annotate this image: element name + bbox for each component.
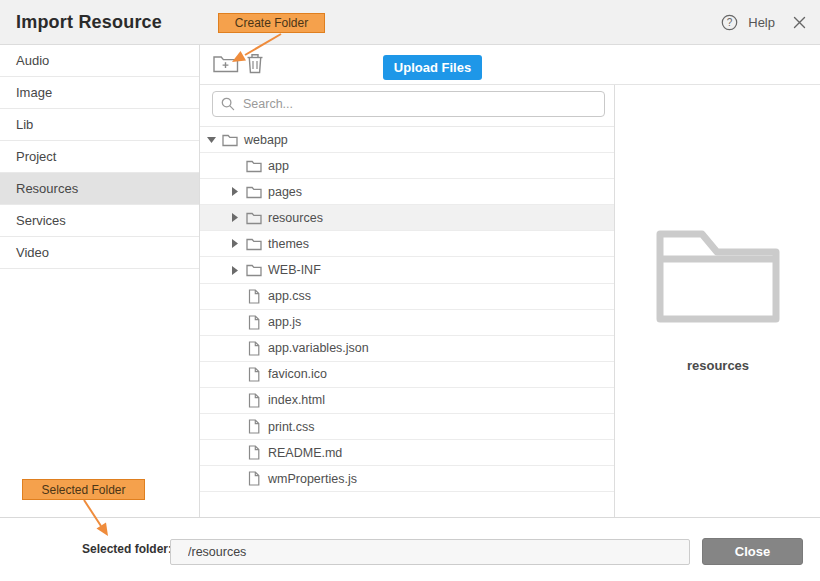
file-icon: [248, 315, 260, 330]
sidebar-item-label: Audio: [16, 53, 49, 68]
toolbar: Upload Files: [200, 45, 820, 85]
help-icon[interactable]: ?: [721, 14, 738, 31]
node-icon: [246, 263, 262, 277]
tree-row-app.css[interactable]: app.css: [200, 284, 614, 310]
delete-icon[interactable]: [246, 53, 264, 78]
tree-node-label: app.js: [268, 315, 301, 329]
tree-row-favicon.ico[interactable]: favicon.ico: [200, 362, 614, 388]
tree-row-app.js[interactable]: app.js: [200, 310, 614, 336]
folder-icon: [246, 159, 262, 173]
tree-node-label: print.css: [268, 420, 315, 434]
caret-slot[interactable]: [228, 239, 242, 248]
sidebar-item-label: Image: [16, 85, 52, 100]
tree-node-label: index.html: [268, 393, 325, 407]
caret-right-icon: [232, 187, 238, 196]
tree-node-label: app.css: [268, 289, 311, 303]
tree-node-label: app.variables.json: [268, 341, 369, 355]
footer-bar: Selected folder: Close: [0, 517, 820, 581]
search-box: [212, 91, 605, 117]
sidebar-item-image[interactable]: Image: [0, 77, 199, 109]
tree-node-label: app: [268, 159, 289, 173]
tree-node-label: README.md: [268, 446, 342, 460]
page-title: Import Resource: [16, 12, 162, 33]
selected-folder-input[interactable]: [170, 539, 690, 565]
selected-folder-annotation: Selected Folder: [22, 479, 145, 500]
tree-row-readme.md[interactable]: README.md: [200, 440, 614, 466]
search-icon: [221, 97, 235, 115]
node-icon: [246, 367, 262, 382]
sidebar-item-label: Resources: [16, 181, 78, 196]
file-icon: [248, 471, 260, 486]
caret-right-icon: [232, 266, 238, 275]
tree-row-resources[interactable]: resources: [200, 205, 614, 231]
file-icon: [248, 393, 260, 408]
sidebar-item-label: Lib: [16, 117, 33, 132]
node-icon: [246, 159, 262, 173]
node-icon: [246, 445, 262, 460]
node-icon: [246, 393, 262, 408]
tree-row-wmproperties.js[interactable]: wmProperties.js: [200, 466, 614, 492]
sidebar-item-audio[interactable]: Audio: [0, 45, 199, 77]
caret-slot[interactable]: [204, 137, 218, 143]
node-icon: [246, 289, 262, 304]
tree-row-index.html[interactable]: index.html: [200, 388, 614, 414]
close-icon[interactable]: [793, 16, 806, 29]
sidebar-item-resources[interactable]: Resources: [0, 173, 199, 205]
folder-icon: [246, 263, 262, 277]
file-tree-panel: webapp app: [200, 85, 615, 517]
selection-preview-panel: resources: [616, 85, 820, 517]
tree-row-themes[interactable]: themes: [200, 231, 614, 257]
upload-files-button[interactable]: Upload Files: [383, 55, 482, 80]
node-icon: [246, 211, 262, 225]
caret-slot[interactable]: [228, 187, 242, 196]
tree-row-web-inf[interactable]: WEB-INF: [200, 257, 614, 283]
preview-folder-name: resources: [616, 358, 820, 373]
tree-node-label: WEB-INF: [268, 263, 321, 277]
tree-node-label: webapp: [244, 133, 288, 147]
tree-node-label: favicon.ico: [268, 367, 327, 381]
sidebar-item-video[interactable]: Video: [0, 237, 199, 269]
sidebar-item-lib[interactable]: Lib: [0, 109, 199, 141]
caret-slot[interactable]: [228, 266, 242, 275]
tree-node-label: pages: [268, 185, 302, 199]
dialog-header: Import Resource ? Help: [0, 0, 820, 45]
selected-folder-label: Selected folder:: [82, 542, 172, 556]
node-icon: [246, 185, 262, 199]
tree-node-label: wmProperties.js: [268, 472, 357, 486]
tree-row-print.css[interactable]: print.css: [200, 414, 614, 440]
sidebar-item-project[interactable]: Project: [0, 141, 199, 173]
file-icon: [248, 419, 260, 434]
create-folder-annotation: Create Folder: [218, 13, 325, 33]
file-icon: [248, 367, 260, 382]
file-icon: [248, 289, 260, 304]
create-folder-icon[interactable]: [213, 54, 239, 78]
caret-right-icon: [232, 213, 238, 222]
search-input[interactable]: [212, 91, 605, 117]
sidebar-item-services[interactable]: Services: [0, 205, 199, 237]
folder-icon: [246, 211, 262, 225]
folder-icon: [246, 237, 262, 251]
caret-down-icon: [207, 137, 216, 143]
import-resource-dialog: Import Resource ? Help Create Folder Sel…: [0, 0, 820, 581]
node-icon: [246, 471, 262, 486]
sidebar-item-label: Project: [16, 149, 56, 164]
tree-row-webapp[interactable]: webapp: [200, 127, 614, 153]
caret-slot[interactable]: [228, 213, 242, 222]
folder-icon: [246, 185, 262, 199]
file-tree: webapp app: [200, 126, 614, 492]
node-icon: [246, 419, 262, 434]
tree-row-app[interactable]: app: [200, 153, 614, 179]
file-icon: [248, 445, 260, 460]
tree-node-label: resources: [268, 211, 323, 225]
close-button[interactable]: Close: [702, 538, 803, 565]
tree-row-app.variables.json[interactable]: app.variables.json: [200, 336, 614, 362]
category-sidebar: Audio Image Lib Project Resources Servic…: [0, 45, 200, 517]
sidebar-item-label: Services: [16, 213, 66, 228]
tree-row-pages[interactable]: pages: [200, 179, 614, 205]
svg-text:?: ?: [727, 17, 733, 28]
help-label[interactable]: Help: [748, 15, 775, 30]
file-icon: [248, 341, 260, 356]
node-icon: [246, 341, 262, 356]
folder-icon: [222, 133, 238, 147]
node-icon: [246, 237, 262, 251]
